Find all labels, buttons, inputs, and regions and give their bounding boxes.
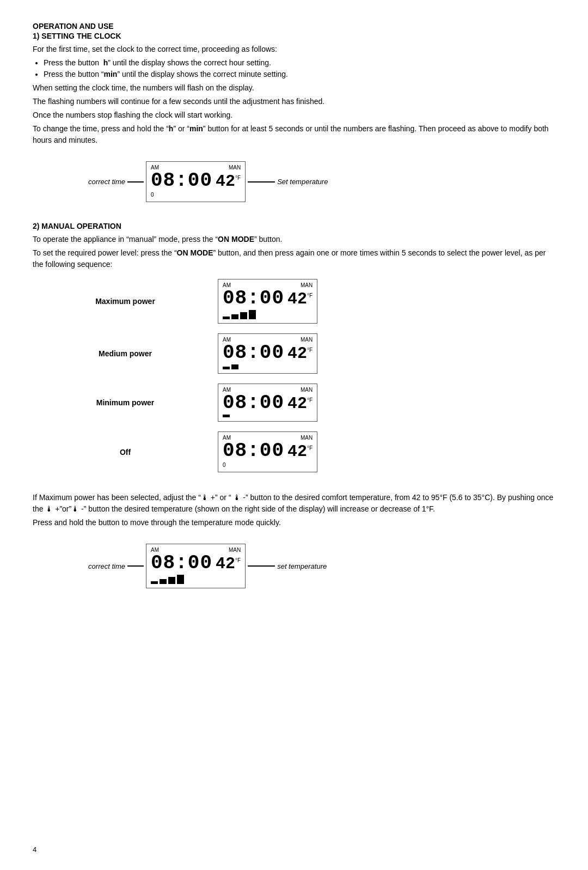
temp-unit-min: °F (307, 397, 313, 403)
set-temperature-label-2: set temperature (277, 562, 327, 570)
bar4-max (249, 310, 256, 319)
temp-unit-1: °F (235, 175, 241, 181)
time-temp-row-1: 08:00 42°F (151, 171, 241, 191)
section-title: OPERATION AND USE (33, 22, 555, 31)
time-temp-med: 08:00 42°F (223, 343, 313, 363)
display-panel-med: AM MAN 08:00 42°F (218, 333, 317, 374)
temp-max: 42°F (287, 291, 313, 307)
off-display: AM MAN 08:00 42°F 0 (218, 431, 555, 472)
bar4-bottom (177, 575, 184, 584)
max-power-label: Maximum power (33, 297, 218, 306)
time-temp-max: 08:00 42°F (223, 289, 313, 308)
min-power-row: Minimum power AM MAN 08:00 42°F (33, 384, 555, 422)
intro-text: For the first time, set the clock to the… (33, 44, 555, 55)
section2: 2) MANUAL OPERATION To operate the appli… (33, 222, 555, 472)
arrow-line-left (127, 181, 144, 182)
bar3-max (240, 312, 247, 319)
manual-line1: To operate the appliance in “manual” mod… (33, 234, 555, 245)
bar1-min (223, 415, 230, 417)
bullet1: Press the button h” until the display sh… (44, 57, 555, 69)
temp-display-1: 42°F (216, 173, 241, 190)
display-panel-off: AM MAN 08:00 42°F 0 (218, 431, 317, 472)
temp-unit-2: °F (235, 557, 241, 563)
bars-max (223, 310, 313, 319)
section1: OPERATION AND USE 1) SETTING THE CLOCK F… (33, 22, 555, 146)
medium-power-row: Medium power AM MAN 08:00 42°F (33, 333, 555, 374)
bottom-line2: Press and hold the button to move throug… (33, 517, 555, 528)
bottom-line1: If Maximum power has been selected, adju… (33, 492, 555, 515)
man-label-1: MAN (229, 165, 241, 171)
correct-time-label: correct time (49, 178, 125, 186)
display-panel-2: AM MAN 08:00 42°F (146, 544, 246, 588)
display-panel-1: AM MAN 08:00 42°F 0 (146, 161, 246, 202)
time-display-1: 08:00 (151, 171, 212, 191)
temp-min: 42°F (287, 396, 313, 412)
line3: Once the numbers stop flashing the clock… (33, 109, 555, 121)
temp-display-2: 42°F (216, 556, 241, 572)
man-med: MAN (301, 337, 313, 343)
display-panel-min: AM MAN 08:00 42°F (218, 384, 317, 422)
man-label-2: MAN (229, 547, 241, 553)
time-display-2: 08:00 (151, 553, 212, 573)
sub-title: 1) SETTING THE CLOCK (33, 32, 555, 40)
time-max: 08:00 (223, 289, 284, 308)
max-power-row: Maximum power AM MAN 08:00 42°F (33, 279, 555, 324)
bars-min (223, 415, 313, 417)
correct-time-label-2: correct time (49, 562, 125, 570)
diagram1-container: correct time AM MAN 08:00 42°F 0 Set tem… (49, 161, 555, 202)
medium-power-label: Medium power (33, 349, 218, 358)
man-max: MAN (301, 282, 313, 288)
time-med: 08:00 (223, 343, 284, 363)
zero-off: 0 (223, 462, 313, 468)
man-min: MAN (301, 387, 313, 393)
man-off: MAN (301, 435, 313, 441)
medium-power-display: AM MAN 08:00 42°F (218, 333, 555, 374)
display-panel-max: AM MAN 08:00 42°F (218, 279, 317, 324)
time-min: 08:00 (223, 393, 284, 413)
power-diagrams: Maximum power AM MAN 08:00 42°F (33, 279, 555, 472)
min-power-display: AM MAN 08:00 42°F (218, 384, 555, 422)
bar1-max (223, 317, 230, 319)
time-temp-off: 08:00 42°F (223, 441, 313, 461)
bottom-section: If Maximum power has been selected, adju… (33, 492, 555, 588)
arrow-line-left-2 (127, 565, 144, 567)
arrow-line-right-2 (248, 565, 275, 567)
manual-line2: To set the required power level: press t… (33, 247, 555, 270)
time-temp-row-2: 08:00 42°F (151, 553, 241, 573)
arrow-line-right (248, 181, 275, 182)
temp-off: 42°F (287, 443, 313, 460)
line2: The flashing numbers will continue for a… (33, 96, 555, 107)
bars-bottom (151, 575, 241, 584)
bar2-max (231, 314, 238, 319)
bar1-bottom (151, 581, 158, 584)
temp-unit-med: °F (307, 347, 313, 353)
bar2-bottom (160, 579, 167, 584)
bar2-med (231, 364, 238, 369)
time-off: 08:00 (223, 441, 284, 461)
max-power-display: AM MAN 08:00 42°F (218, 279, 555, 324)
bar3-bottom (168, 577, 175, 584)
off-label: Off (33, 448, 218, 457)
zero-label-1: 0 (151, 192, 241, 198)
line4: To change the time, press and hold the “… (33, 123, 555, 146)
off-row: Off AM MAN 08:00 42°F 0 (33, 431, 555, 472)
temp-unit-max: °F (307, 293, 313, 299)
bar1-med (223, 367, 230, 369)
set-temperature-label: Set temperature (277, 178, 328, 186)
temp-unit-off: °F (307, 445, 313, 451)
min-power-label: Minimum power (33, 398, 218, 407)
manual-op-title: 2) MANUAL OPERATION (33, 222, 555, 230)
bullet2: Press the button “min” until the display… (44, 69, 555, 80)
temp-med: 42°F (287, 345, 313, 362)
page-number: 4 (33, 845, 36, 854)
diagram2-container: correct time AM MAN 08:00 42°F set temp (49, 544, 555, 588)
line1: When setting the clock time, the numbers… (33, 82, 555, 94)
bars-med (223, 364, 313, 369)
time-temp-min: 08:00 42°F (223, 393, 313, 413)
